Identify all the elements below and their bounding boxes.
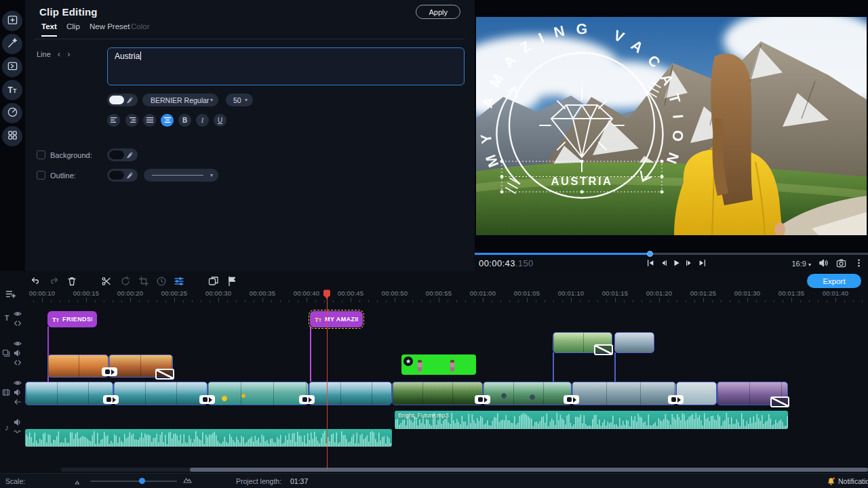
video-clip-segment[interactable] [309, 382, 392, 405]
font-size-select[interactable]: 50 ▾ [226, 94, 253, 106]
audio-clip[interactable] [25, 429, 392, 447]
eye-icon[interactable] [13, 339, 22, 348]
link-icon[interactable] [13, 358, 22, 367]
outline-style-select[interactable]: ▾ [144, 169, 218, 182]
skip-end-button[interactable] [697, 258, 707, 268]
tab-color[interactable]: Color [131, 22, 149, 30]
volume-button[interactable] [818, 258, 829, 269]
align-center-button[interactable] [161, 114, 174, 127]
playhead-handle[interactable] [323, 289, 331, 300]
transition-badge[interactable] [103, 395, 119, 404]
tab-clip[interactable]: Clip [66, 22, 80, 30]
apply-button[interactable]: Apply [416, 5, 460, 19]
background-color-picker[interactable] [107, 148, 138, 161]
playhead-line[interactable] [327, 299, 328, 469]
sidebar-item-media[interactable] [2, 11, 22, 31]
no-transition-badge[interactable] [594, 344, 613, 355]
video-preview[interactable]: MY AMAZING VACATION AUSTRIA [476, 17, 867, 235]
video-clip-segment[interactable] [113, 382, 208, 405]
video-clip-segment[interactable] [572, 382, 676, 405]
transport-controls [646, 258, 707, 268]
skip-start-button[interactable] [646, 258, 656, 268]
seek-handle[interactable] [647, 251, 653, 257]
color-swatch [109, 150, 124, 159]
snapshot-button[interactable] [836, 258, 846, 269]
line-selector: Line ‹ › [37, 49, 70, 58]
tab-text[interactable]: Text [41, 22, 57, 30]
bold-button[interactable]: B [178, 114, 191, 127]
italic-button[interactable]: I [196, 114, 209, 127]
eye-icon[interactable] [13, 309, 22, 318]
outline-color-picker[interactable] [107, 169, 138, 182]
project-length-label: Project length: [236, 477, 281, 485]
chroma-star-badge: ★ [403, 357, 413, 366]
scale-slider[interactable] [90, 481, 177, 482]
sidebar-item-more[interactable] [2, 126, 22, 146]
align-right-button[interactable] [125, 114, 138, 127]
eye-icon[interactable] [13, 378, 22, 387]
sidebar-item-stickers[interactable] [2, 103, 22, 123]
transition-badge[interactable] [102, 367, 117, 376]
transition-icon [7, 60, 18, 75]
background-checkbox[interactable] [37, 150, 45, 159]
play-button[interactable] [671, 258, 682, 268]
overlay-clip[interactable] [614, 332, 654, 353]
zoom-out-icon[interactable] [75, 478, 82, 486]
scrollbar-thumb[interactable] [190, 468, 868, 472]
transition-badge[interactable] [199, 395, 215, 404]
aspect-ratio-select[interactable]: 16:9 ▾ [792, 260, 812, 268]
overlay-track-icon [1, 348, 11, 357]
audio-clip-label: Bright_Future.mp3 [398, 412, 449, 419]
overlay-clip[interactable] [47, 354, 108, 378]
preview-panel: MY AMAZING VACATION AUSTRIA [475, 0, 868, 271]
overlay-clip[interactable]: ★ [401, 354, 476, 375]
title-clip[interactable]: TTFRIENDSHIP [47, 311, 97, 327]
arrow-left-icon[interactable] [13, 397, 22, 406]
video-clip-segment[interactable] [25, 382, 113, 405]
chevron-left-icon[interactable]: ‹ [58, 49, 60, 58]
waveform-icon[interactable] [13, 427, 22, 436]
title-text-input[interactable]: Austria [107, 47, 465, 85]
video-clip-segment[interactable] [208, 382, 309, 405]
link-icon[interactable] [13, 319, 22, 327]
sidebar-item-filters[interactable] [2, 34, 22, 54]
audio-clip[interactable]: Bright_Future.mp3 [395, 411, 788, 429]
underline-button[interactable]: U [214, 114, 226, 127]
text-color-picker[interactable] [107, 94, 138, 106]
chevron-down-icon: ▾ [245, 97, 248, 103]
prev-frame-button[interactable] [658, 258, 669, 268]
title-clip[interactable]: TTMY AMAZING [310, 311, 363, 327]
panel-title: Clip Editing [39, 6, 98, 18]
grid-icon [7, 129, 18, 144]
transition-badge[interactable] [475, 395, 490, 404]
mute-icon[interactable] [13, 388, 22, 396]
align-left-button[interactable] [107, 114, 120, 127]
no-transition-badge[interactable] [770, 396, 789, 407]
transition-badge[interactable] [564, 395, 579, 404]
horizontal-scrollbar[interactable] [61, 468, 868, 472]
zoom-in-icon[interactable] [183, 476, 193, 485]
video-clip-segment[interactable] [392, 382, 483, 405]
clip-link-line [553, 352, 554, 382]
seek-bar[interactable] [475, 253, 868, 255]
sidebar-item-transitions[interactable] [2, 57, 22, 77]
outline-checkbox[interactable] [37, 171, 45, 180]
clip-link-line [310, 327, 311, 382]
more-menu-button[interactable] [854, 258, 864, 269]
align-justify-button[interactable] [143, 114, 156, 127]
transition-badge[interactable] [299, 395, 315, 404]
transition-badge[interactable] [668, 395, 684, 404]
tracks-area: T ♪ TTFRIENDSHIPTTMY AMAZING★Bright_Futu… [0, 271, 868, 473]
mute-icon[interactable] [13, 418, 22, 426]
font-family-select[interactable]: BERNIER Regular ▾ [142, 94, 218, 106]
chevron-right-icon[interactable]: › [67, 49, 70, 58]
no-transition-badge[interactable] [155, 369, 174, 380]
next-frame-button[interactable] [684, 258, 694, 268]
mute-icon[interactable] [13, 348, 22, 357]
scale-slider-knob[interactable] [139, 478, 145, 484]
video-clip-segment[interactable] [483, 382, 572, 405]
bell-icon[interactable] [826, 476, 836, 487]
sidebar-item-titles[interactable]: TT [2, 80, 22, 100]
person-figure [418, 360, 422, 371]
tab-new-preset[interactable]: New Preset [90, 22, 130, 30]
